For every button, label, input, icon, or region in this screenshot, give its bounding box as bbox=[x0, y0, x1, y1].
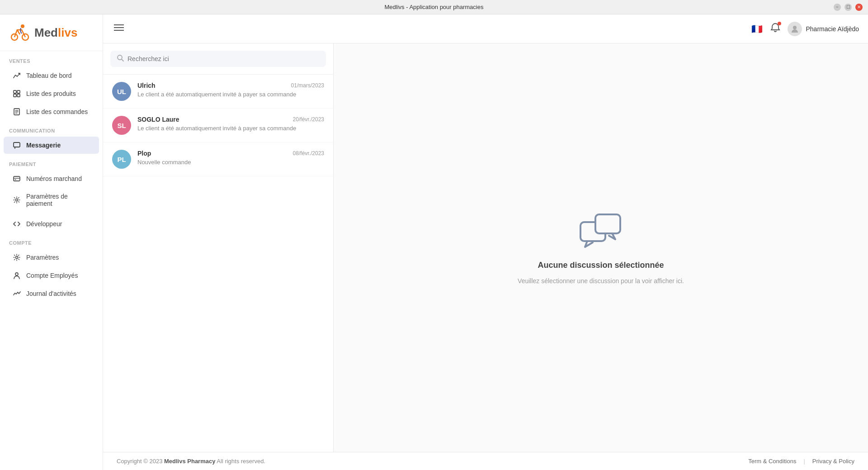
message-preview: Le client a été automatiquement invité à… bbox=[137, 125, 324, 132]
sidebar-item-messagerie[interactable]: Messagerie bbox=[4, 137, 99, 154]
settings-icon bbox=[13, 253, 21, 261]
list-item[interactable]: UL Ulrich 01/mars/2023 Le client a été a… bbox=[103, 75, 333, 109]
minimize-button[interactable]: − bbox=[834, 4, 841, 11]
chart-icon bbox=[13, 71, 21, 80]
svg-rect-5 bbox=[17, 90, 20, 93]
svg-point-17 bbox=[16, 256, 18, 259]
message-preview: Nouvelle commande bbox=[137, 159, 324, 166]
list-item[interactable]: PL Plop 08/févr./2023 Nouvelle commande bbox=[103, 142, 333, 176]
avatar: UL bbox=[112, 82, 131, 101]
copyright-text: Copyright © 2023 bbox=[117, 458, 164, 465]
sidebar-item-tableau-de-bord[interactable]: Tableau de bord bbox=[4, 67, 99, 84]
avatar: PL bbox=[112, 150, 131, 169]
grid-icon bbox=[13, 90, 21, 98]
numeros-marchand-label: Numéros marchand bbox=[26, 175, 82, 182]
developpeur-label: Développeur bbox=[26, 220, 62, 228]
content-body: UL Ulrich 01/mars/2023 Le client a été a… bbox=[103, 43, 868, 452]
user-profile[interactable]: Pharmacie Aïdjèdo bbox=[788, 22, 859, 36]
sidebar-item-numeros-marchand[interactable]: Numéros marchand bbox=[4, 170, 99, 187]
sidebar-item-parametres-de-paiement[interactable]: Paramètres de paiement bbox=[4, 188, 99, 212]
term-conditions-link[interactable]: Term & Conditions bbox=[748, 458, 796, 465]
message-preview: Le client a été automatiquement invité à… bbox=[137, 91, 324, 98]
avatar: SL bbox=[112, 116, 131, 135]
app-container: Medlivs VENTES Tableau de bord bbox=[0, 14, 868, 470]
search-icon bbox=[117, 54, 124, 63]
compte-employes-label: Compte Employés bbox=[26, 272, 78, 279]
sidebar-item-developpeur[interactable]: Développeur bbox=[4, 215, 99, 233]
main-content: 🇫🇷 Pharmacie Aïdjèdo bbox=[103, 14, 868, 470]
logo-text: Medlivs bbox=[34, 26, 77, 40]
maximize-button[interactable]: ☐ bbox=[844, 4, 852, 11]
liste-des-commandes-label: Liste des commandes bbox=[26, 108, 88, 115]
numeros-icon bbox=[13, 175, 21, 183]
svg-rect-26 bbox=[595, 214, 620, 233]
code-icon bbox=[13, 220, 21, 228]
svg-point-16 bbox=[16, 199, 18, 201]
footer-brand: Medlivs Pharmacy bbox=[164, 458, 215, 465]
sidebar-item-liste-des-commandes[interactable]: Liste des commandes bbox=[4, 103, 99, 120]
privacy-policy-link[interactable]: Privacy & Policy bbox=[812, 458, 854, 465]
section-paiement: PAIEMENT bbox=[0, 154, 103, 170]
close-button[interactable]: ✕ bbox=[855, 4, 863, 11]
search-input-wrapper bbox=[110, 51, 326, 67]
language-flag[interactable]: 🇫🇷 bbox=[750, 23, 763, 35]
message-list: UL Ulrich 01/mars/2023 Le client a été a… bbox=[103, 75, 333, 452]
chat-empty-title: Aucune discussion sélectionnée bbox=[538, 261, 664, 270]
message-header: SOGLO Laure 20/févr./2023 bbox=[137, 116, 324, 123]
message-icon bbox=[13, 141, 21, 149]
parametres-label: Paramètres bbox=[26, 254, 59, 261]
message-header: Ulrich 01/mars/2023 bbox=[137, 82, 324, 89]
header-left bbox=[112, 22, 126, 35]
notification-bell-button[interactable] bbox=[770, 23, 780, 35]
medlivs-logo-icon bbox=[9, 22, 31, 43]
search-input[interactable] bbox=[127, 55, 320, 62]
logo-med: Med bbox=[34, 26, 58, 39]
liste-des-produits-label: Liste des produits bbox=[26, 90, 76, 97]
message-date: 20/févr./2023 bbox=[293, 116, 324, 123]
orders-icon bbox=[13, 108, 21, 116]
titlebar: Medlivs - Application pour pharmacies − … bbox=[0, 0, 868, 14]
svg-rect-13 bbox=[14, 176, 20, 181]
message-date: 08/févr./2023 bbox=[293, 150, 324, 157]
sidebar: Medlivs VENTES Tableau de bord bbox=[0, 14, 103, 470]
svg-point-3 bbox=[21, 24, 24, 28]
message-name: Ulrich bbox=[137, 82, 156, 89]
sidebar-item-liste-des-produits[interactable]: Liste des produits bbox=[4, 85, 99, 102]
window-controls: − ☐ ✕ bbox=[834, 4, 863, 11]
search-bar bbox=[103, 43, 333, 75]
sidebar-item-compte-employes[interactable]: Compte Employés bbox=[4, 267, 99, 284]
logo-livs: livs bbox=[58, 26, 77, 39]
footer-copyright: Copyright © 2023 Medlivs Pharmacy All ri… bbox=[117, 458, 265, 465]
section-ventes: VENTES bbox=[0, 51, 103, 66]
messagerie-label: Messagerie bbox=[26, 142, 61, 149]
hamburger-button[interactable] bbox=[112, 22, 126, 35]
tableau-de-bord-label: Tableau de bord bbox=[26, 72, 71, 79]
footer: Copyright © 2023 Medlivs Pharmacy All ri… bbox=[103, 452, 868, 470]
message-date: 01/mars/2023 bbox=[291, 82, 324, 89]
avatar bbox=[788, 22, 802, 36]
sidebar-item-journal-activites[interactable]: Journal d'activités bbox=[4, 285, 99, 302]
top-header: 🇫🇷 Pharmacie Aïdjèdo bbox=[103, 14, 868, 43]
chat-empty-icon bbox=[578, 211, 623, 253]
activity-icon bbox=[13, 290, 21, 298]
parametres-de-paiement-label: Paramètres de paiement bbox=[26, 193, 90, 207]
employees-icon bbox=[13, 271, 21, 280]
sidebar-logo: Medlivs bbox=[0, 14, 103, 51]
footer-divider: | bbox=[803, 458, 805, 465]
header-right: 🇫🇷 Pharmacie Aïdjèdo bbox=[750, 22, 859, 36]
journal-activites-label: Journal d'activités bbox=[26, 290, 76, 297]
svg-point-18 bbox=[15, 273, 18, 275]
svg-rect-6 bbox=[14, 94, 16, 97]
svg-rect-4 bbox=[14, 90, 16, 93]
svg-rect-7 bbox=[17, 94, 20, 97]
message-header: Plop 08/févr./2023 bbox=[137, 150, 324, 157]
section-communication: COMMUNICATION bbox=[0, 121, 103, 136]
message-info: Plop 08/févr./2023 Nouvelle commande bbox=[137, 150, 324, 166]
titlebar-title: Medlivs - Application pour pharmacies bbox=[385, 4, 484, 10]
list-item[interactable]: SL SOGLO Laure 20/févr./2023 Le client a… bbox=[103, 109, 333, 142]
sidebar-item-parametres[interactable]: Paramètres bbox=[4, 249, 99, 266]
message-info: Ulrich 01/mars/2023 Le client a été auto… bbox=[137, 82, 324, 98]
svg-rect-12 bbox=[14, 142, 20, 147]
section-compte: COMPTE bbox=[0, 233, 103, 248]
user-name: Pharmacie Aïdjèdo bbox=[806, 25, 859, 33]
